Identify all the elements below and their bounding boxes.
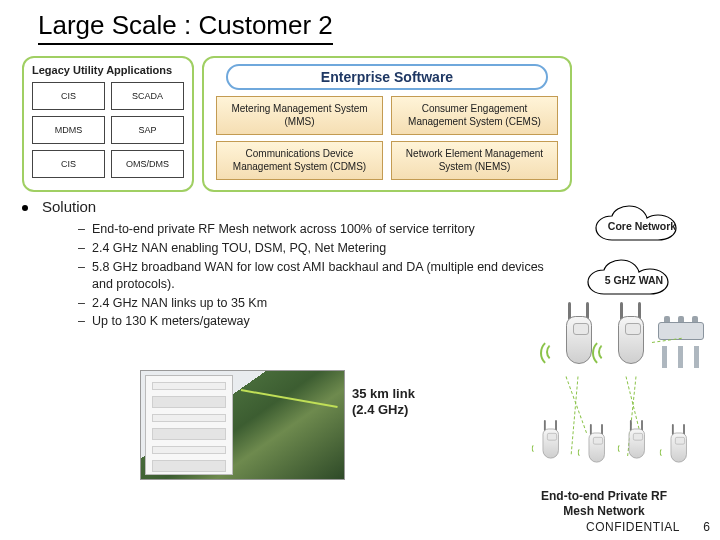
enterprise-cell-cems: Consumer Engagement Management System (C… (391, 96, 558, 135)
enterprise-cell-mms: Metering Management System (MMS) (216, 96, 383, 135)
map-link-line (241, 389, 338, 408)
wan-label: 5 GHZ WAN (605, 275, 663, 287)
enterprise-cell-nems: Network Element Management System (NEMS) (391, 141, 558, 180)
map-callout-line1: 35 km link (352, 386, 415, 402)
solution-header-text: Solution (42, 198, 96, 215)
map-tool-panel (145, 375, 233, 475)
legacy-cell-cis: CIS (32, 82, 105, 110)
legacy-cell-omsdms: OMS/DMS (111, 150, 184, 178)
enterprise-row-2: Communications Device Management System … (208, 141, 566, 180)
solution-item: End-to-end private RF Mesh network acros… (78, 221, 562, 238)
page-number: 6 (703, 520, 710, 534)
solution-list: End-to-end private RF Mesh network acros… (78, 221, 562, 330)
solution-item: Up to 130 K meters/gateway (78, 313, 562, 330)
legacy-applications-group: Legacy Utility Applications CIS SCADA MD… (22, 56, 194, 192)
mesh-network-label: End-to-end Private RF Mesh Network (534, 489, 674, 518)
map-screenshot (140, 370, 345, 480)
bullet-icon (22, 205, 28, 211)
legacy-row-2: MDMS SAP (28, 116, 188, 144)
map-callout-line2: (2.4 GHz) (352, 402, 415, 418)
enterprise-software-group: Enterprise Software Metering Management … (202, 56, 572, 192)
legacy-cell-mdms: MDMS (32, 116, 105, 144)
enterprise-header: Enterprise Software (226, 64, 548, 90)
solution-item: 2.4 GHz NAN links up to 35 Km (78, 295, 562, 312)
switchgear-icon (656, 316, 708, 368)
access-point-small-icon (662, 424, 695, 472)
legacy-cell-cis2: CIS (32, 150, 105, 178)
access-point-small-icon (580, 424, 613, 472)
access-point-icon (604, 302, 658, 380)
legacy-cell-sap: SAP (111, 116, 184, 144)
solution-item: 5.8 GHz broadband WAN for low cost AMI b… (78, 259, 562, 293)
enterprise-row-1: Metering Management System (MMS) Consume… (208, 96, 566, 135)
map-callout: 35 km link (2.4 GHz) (352, 386, 415, 417)
rf-link-line (571, 376, 579, 454)
solution-header: Solution (22, 198, 562, 215)
core-network-label: Core Network (608, 221, 676, 233)
access-point-small-icon (620, 420, 653, 468)
core-network-cloud: Core Network (592, 204, 692, 250)
confidential-label: CONFIDENTIAL (586, 520, 680, 534)
legacy-row-1: CIS SCADA (28, 82, 188, 110)
access-point-small-icon (534, 420, 567, 468)
solution-section: Solution End-to-end private RF Mesh netw… (22, 198, 562, 332)
legacy-cell-scada: SCADA (111, 82, 184, 110)
enterprise-cell-cdms: Communications Device Management System … (216, 141, 383, 180)
legacy-header: Legacy Utility Applications (28, 62, 188, 82)
solution-item: 2.4 GHz NAN enabling TOU, DSM, PQ, Net M… (78, 240, 562, 257)
slide-title: Large Scale : Customer 2 (38, 10, 333, 45)
wan-cloud: 5 GHZ WAN (584, 258, 684, 304)
legacy-row-3: CIS OMS/DMS (28, 150, 188, 178)
